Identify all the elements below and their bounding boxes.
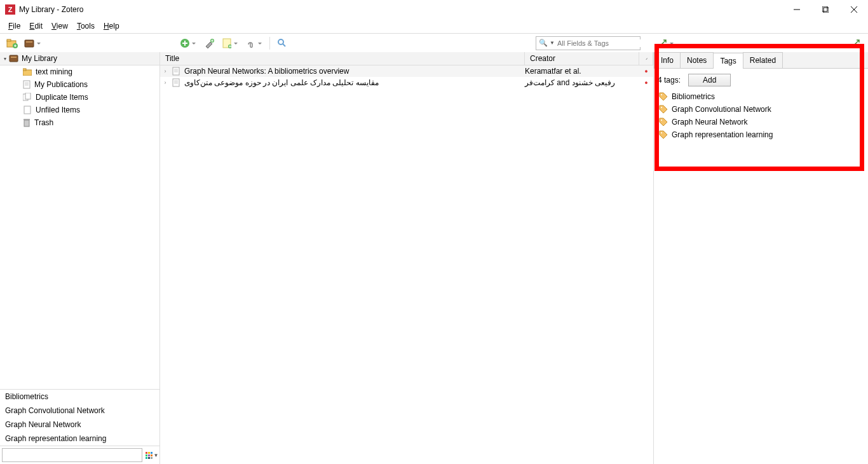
tag-filter-input[interactable] xyxy=(2,448,142,462)
trash-label: Trash xyxy=(34,118,53,127)
item-tag-label: Bibliometrics xyxy=(672,92,715,101)
search-icon: 🔍 xyxy=(539,39,548,47)
my-publications-label: My Publications xyxy=(34,80,88,89)
search-input[interactable] xyxy=(557,39,645,47)
duplicate-items-item[interactable]: Duplicate Items xyxy=(0,91,159,104)
svg-rect-20 xyxy=(24,120,29,126)
library-icon xyxy=(9,54,19,63)
menu-view[interactable]: View xyxy=(47,20,72,32)
new-note-button[interactable] xyxy=(220,36,234,50)
menu-file[interactable]: File xyxy=(4,20,25,32)
folder-icon xyxy=(23,68,32,76)
item-attachment-indicator: ● xyxy=(639,79,653,86)
svg-rect-6 xyxy=(26,41,32,43)
tag-count-label: 4 tags: xyxy=(658,76,681,85)
menu-edit[interactable]: Edit xyxy=(25,20,47,32)
tag-icon xyxy=(659,92,668,101)
advanced-search-button[interactable] xyxy=(275,36,289,50)
item-tag[interactable]: Graph Neural Network xyxy=(654,116,868,128)
items-pane: Title Creator › Graph Neural Networks: A… xyxy=(160,52,654,464)
search-mode-dropdown[interactable]: ▼ xyxy=(550,40,555,46)
tag-icon xyxy=(659,118,668,126)
item-type-icon xyxy=(170,78,182,87)
minimize-button[interactable] xyxy=(782,0,811,19)
tab-related[interactable]: Related xyxy=(743,52,783,68)
add-by-identifier-button[interactable] xyxy=(202,36,216,50)
svg-rect-19 xyxy=(24,106,31,114)
svg-point-25 xyxy=(661,107,662,108)
unfiled-items-label: Unfiled Items xyxy=(36,106,80,114)
column-attachment[interactable] xyxy=(639,52,653,65)
quick-search[interactable]: 🔍 ▼ xyxy=(536,36,641,50)
item-tag[interactable]: Graph Convolutional Network xyxy=(654,103,868,116)
attachment-icon xyxy=(644,55,648,62)
column-title[interactable]: Title xyxy=(160,52,525,65)
library-root[interactable]: ▾ My Library xyxy=(0,52,159,65)
new-library-button[interactable] xyxy=(23,36,37,50)
tag-selector-tag[interactable]: Graph Convolutional Network xyxy=(0,404,159,418)
item-tag-label: Graph Neural Network xyxy=(672,118,747,126)
expand-toggle[interactable]: › xyxy=(160,79,170,86)
new-collection-button[interactable] xyxy=(5,36,19,50)
sync-button[interactable] xyxy=(849,36,863,50)
item-title: Graph Neural Networks: A bibliometrics o… xyxy=(182,67,525,76)
item-tag[interactable]: Graph representation learning xyxy=(654,128,868,141)
column-headers: Title Creator xyxy=(160,52,653,65)
item-title: مقایسه تحلیلی مدارک علمی ایران در حوزه م… xyxy=(182,78,525,87)
item-detail-pane: Info Notes Tags Related 4 tags: Add Bibl… xyxy=(654,52,868,464)
expand-toggle[interactable]: › xyxy=(160,68,170,74)
svg-rect-22 xyxy=(173,67,179,75)
item-type-icon xyxy=(170,67,182,76)
svg-point-24 xyxy=(661,94,662,95)
trash-item[interactable]: Trash xyxy=(0,116,159,129)
page-icon xyxy=(23,80,31,89)
svg-rect-18 xyxy=(25,93,31,99)
trash-icon xyxy=(23,118,31,127)
item-row[interactable]: › مقایسه تحلیلی مدارک علمی ایران در حوزه… xyxy=(160,77,653,88)
toolbar-separator xyxy=(269,37,270,50)
titlebar: Z My Library - Zotero xyxy=(0,0,868,19)
svg-rect-5 xyxy=(25,40,34,47)
duplicate-items-label: Duplicate Items xyxy=(36,93,88,102)
column-creator[interactable]: Creator xyxy=(525,52,639,65)
main-area: ▾ My Library text mining My Publications… xyxy=(0,52,868,464)
item-attachment-indicator: ● xyxy=(639,68,653,74)
tag-selector-menu[interactable]: ▼ xyxy=(144,446,159,464)
maximize-button[interactable] xyxy=(811,0,839,19)
new-item-button[interactable] xyxy=(178,36,192,50)
duplicate-icon xyxy=(23,93,32,102)
add-tag-button[interactable]: Add xyxy=(688,74,731,86)
svg-rect-23 xyxy=(173,79,179,86)
item-tag-label: Graph Convolutional Network xyxy=(672,105,771,114)
tab-info[interactable]: Info xyxy=(654,52,681,68)
svg-rect-12 xyxy=(10,55,18,62)
svg-rect-0 xyxy=(822,6,827,11)
tab-tags[interactable]: Tags xyxy=(713,53,743,69)
svg-point-26 xyxy=(661,119,662,121)
item-tag[interactable]: Bibliometrics xyxy=(654,90,868,103)
svg-rect-3 xyxy=(7,39,11,41)
svg-rect-16 xyxy=(24,81,30,88)
close-button[interactable] xyxy=(839,0,868,19)
item-tags-list: Bibliometrics Graph Convolutional Networ… xyxy=(654,89,868,142)
tag-icon xyxy=(659,105,668,114)
tab-notes[interactable]: Notes xyxy=(680,52,714,68)
collection-item[interactable]: text mining xyxy=(0,65,159,78)
svg-rect-21 xyxy=(24,119,30,120)
locate-button[interactable] xyxy=(656,36,670,50)
svg-point-27 xyxy=(661,132,662,133)
menu-help[interactable]: Help xyxy=(99,20,124,32)
my-publications-item[interactable]: My Publications xyxy=(0,78,159,91)
tag-selector-tag[interactable]: Graph Neural Network xyxy=(0,418,159,432)
tag-selector-tag[interactable]: Graph representation learning xyxy=(0,432,159,446)
menu-tools[interactable]: Tools xyxy=(72,20,99,32)
item-tag-label: Graph representation learning xyxy=(672,130,773,139)
library-root-label: My Library xyxy=(22,54,57,63)
add-attachment-button[interactable] xyxy=(244,36,258,50)
unfiled-items-item[interactable]: Unfiled Items xyxy=(0,104,159,116)
menubar: File Edit View Tools Help xyxy=(0,19,868,33)
tag-selector-tag[interactable]: Bibliometrics xyxy=(0,390,159,404)
collections-pane: ▾ My Library text mining My Publications… xyxy=(0,52,160,464)
item-row[interactable]: › Graph Neural Networks: A bibliometrics… xyxy=(160,65,653,77)
toolbar: 🔍 ▼ xyxy=(0,33,868,52)
